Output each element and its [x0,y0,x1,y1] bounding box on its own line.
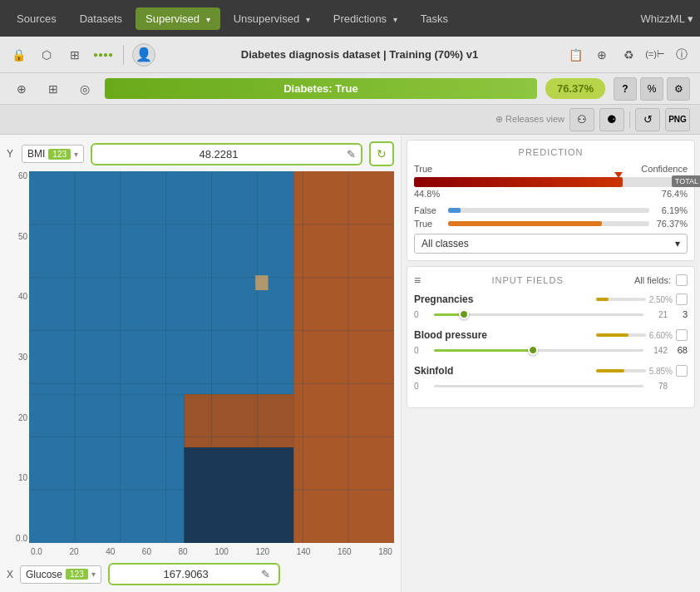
classes-dropdown[interactable]: All classes ▾ [414,234,688,254]
filter-icon[interactable]: ≡ [414,274,421,287]
x-value-wrapper: ✎ [108,563,280,585]
y-field-name: BMI [27,148,45,160]
pred-row-false: False 6.19% [414,205,688,215]
bp-slider[interactable] [434,343,643,357]
y-value-input[interactable] [96,148,342,160]
y-field-arrow: ▾ [74,150,78,159]
pred-numbers: 44.8% 76.4% [414,189,688,199]
bp-value: 68 [671,345,688,355]
blood-pressure-label: Blood pressure [414,329,487,341]
pregnancies-slider[interactable] [434,308,643,321]
dots-icon[interactable]: ●●●● [91,43,115,67]
info-icon[interactable]: ⓘ [670,43,693,67]
png-icon[interactable]: PNG [665,108,690,131]
pregnancies-thumb[interactable] [459,309,469,319]
bp-checkbox[interactable] [676,329,688,341]
blood-pressure-header: Blood pressure 6.60% [414,329,688,341]
equals-icon[interactable]: (=)⊢ [643,43,667,67]
y-axis: 60 50 40 30 20 10 0.0 [7,171,27,560]
pred-col2: Confidence [641,164,688,174]
all-fields-checkbox[interactable] [676,274,688,286]
chart-area: 60 50 40 30 20 10 0.0 [7,171,394,560]
pregnancies-checkbox[interactable] [676,294,688,305]
pregnancies-header: Pregnancies 2.50% [414,294,688,305]
x-tick-80: 80 [179,547,188,556]
x-field-badge: 123 [66,569,88,580]
chart-visualization[interactable] [29,171,394,543]
prediction-section: PREDICTION True Confidence TOTAL ⟺ 44.8%… [407,140,695,261]
skinfold-max: 78 [647,382,668,391]
pred-row-true: True 76.37% [414,219,688,229]
if-title: INPUT FIELDS [426,275,629,285]
bp-thumb[interactable] [528,345,538,355]
brand-label[interactable]: WhizzML ▾ [640,12,693,25]
right-panel: PREDICTION True Confidence TOTAL ⟺ 44.8%… [401,135,700,592]
nav-supervised[interactable]: Supervised ▾ [136,7,220,30]
x-axis: 0.0 20 40 60 80 100 120 140 160 180 [29,543,394,560]
refresh-icon[interactable]: ↺ [635,108,660,131]
pred-right-val: 76.4% [662,189,688,199]
x-tick-100: 100 [214,547,229,556]
y-field-selector[interactable]: BMI 123 ▾ [22,145,84,163]
svg-rect-4 [185,394,294,447]
nav-sources[interactable]: Sources [7,7,67,30]
question-icon[interactable]: ? [614,77,637,101]
y-tick-0: 0.0 [16,534,27,543]
pencil-icon-y[interactable]: ✎ [345,146,357,162]
skinfold-field: Skinfold 5.85% 0 [414,365,688,392]
percent-icon[interactable]: % [640,77,663,101]
recycle-icon[interactable]: ♻ [617,43,640,67]
lock-icon[interactable]: 🔒 [7,43,30,67]
pred-col1: True [414,164,432,174]
pregnancies-importance-bar [596,298,646,301]
prediction-header: True Confidence [414,164,688,174]
skinfold-slider-row: 0 78 [414,379,688,392]
toolbar3-right: ? % ⚙ [614,77,690,101]
y-tick-30: 30 [18,353,27,362]
report-icon[interactable]: 📋 [564,43,587,67]
skinfold-slider[interactable] [434,379,643,392]
pred-false-bar [448,208,649,213]
skinfold-importance-fill [596,369,625,372]
nav-predictions[interactable]: Predictions ▾ [323,7,407,30]
chart-with-xaxis: 0.0 20 40 60 80 100 120 140 160 180 [29,171,394,560]
x-value-input[interactable] [116,568,256,580]
pencil-icon-x[interactable]: ✎ [259,566,272,582]
pred-left-val: 44.8% [414,189,440,199]
skinfold-header: Skinfold 5.85% [414,365,688,377]
skinfold-right: 5.85% [596,365,688,377]
nav-unsupervised[interactable]: Unsupervised ▾ [224,7,320,30]
classes-label: All classes [421,238,469,249]
pred-bar-fill [414,177,623,187]
network-icon[interactable]: ⊕ [10,77,33,101]
node-icon[interactable]: ⚈ [599,108,624,131]
x-tick-60: 60 [142,547,151,556]
pred-true-bar [448,221,649,226]
prediction-section-title: PREDICTION [414,147,688,157]
node-split-icon[interactable]: ⚇ [569,108,594,131]
nav-datasets[interactable]: Datasets [70,7,132,30]
settings-circle-icon[interactable]: ⚙ [667,77,690,101]
chart-panel: Y BMI 123 ▾ ✎ ↻ 60 50 40 30 20 10 0.0 [0,135,401,592]
pregnancies-pct: 2.50% [649,295,673,304]
skinfold-checkbox[interactable] [676,365,688,377]
bp-fill [434,349,532,352]
y-field-badge: 123 [48,149,71,160]
chart-top-controls: Y BMI 123 ▾ ✎ ↻ [7,141,394,166]
skinfold-track [434,385,643,387]
refresh-data-icon[interactable]: ⊕ [590,43,614,67]
x-field-selector[interactable]: Glucose 123 ▾ [20,565,101,584]
pred-false-label: False [414,205,443,215]
refresh-chart-button[interactable]: ↻ [369,141,394,166]
grid-icon[interactable]: ⊞ [63,43,86,67]
tree-icon[interactable]: ⬡ [35,43,58,67]
if-header: ≡ INPUT FIELDS All fields: [414,274,688,287]
nav-tasks[interactable]: Tasks [411,7,458,30]
x-tick-0: 0.0 [31,547,42,556]
table-icon[interactable]: ⊞ [42,77,65,101]
bp-pct: 6.60% [649,331,673,340]
pred-false-pct: 6.19% [654,205,688,215]
x-tick-120: 120 [255,547,269,556]
skinfold-importance-bar [596,369,646,372]
target-icon[interactable]: ◎ [73,77,96,101]
